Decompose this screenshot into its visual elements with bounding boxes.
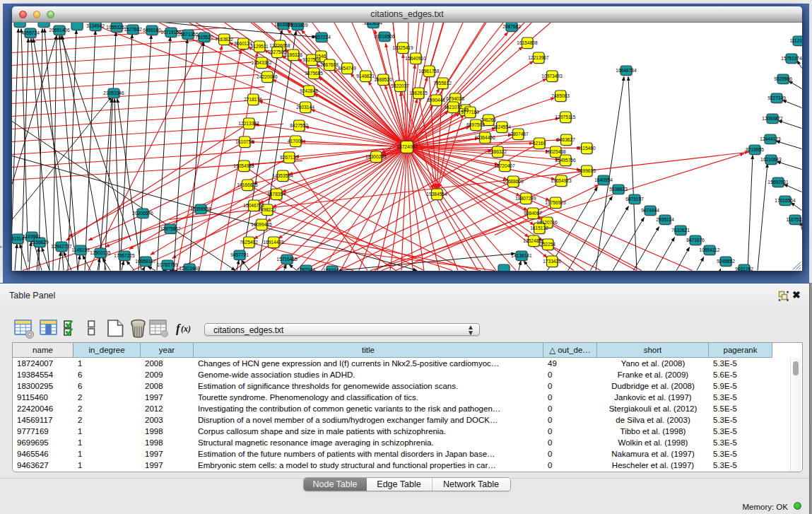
svg-text:12503135: 12503135 <box>90 250 111 255</box>
svg-text:9115460: 9115460 <box>577 145 596 150</box>
svg-text:15495756: 15495756 <box>555 157 576 162</box>
svg-text:16961758: 16961758 <box>418 68 440 73</box>
svg-text:6879197: 6879197 <box>625 196 644 201</box>
svg-text:7632621: 7632621 <box>671 227 690 232</box>
svg-text:4055724: 4055724 <box>21 30 40 35</box>
svg-text:9227349: 9227349 <box>767 95 786 100</box>
svg-text:7485063: 7485063 <box>551 93 570 98</box>
svg-text:19166825: 19166825 <box>237 182 258 187</box>
svg-text:1640954: 1640954 <box>594 177 613 182</box>
svg-text:19756923: 19756923 <box>545 199 566 204</box>
svg-text:2935114: 2935114 <box>656 216 674 221</box>
svg-text:9457791: 9457791 <box>230 252 249 257</box>
svg-text:7955812: 7955812 <box>433 80 452 85</box>
svg-text:8186328: 8186328 <box>284 52 302 57</box>
svg-text:2087682: 2087682 <box>502 23 521 28</box>
svg-text:7857224: 7857224 <box>312 34 331 39</box>
svg-text:21053346: 21053346 <box>103 90 124 95</box>
svg-text:1145193: 1145193 <box>71 247 90 252</box>
svg-text:1527602: 1527602 <box>124 26 142 31</box>
svg-text:9474444: 9474444 <box>641 207 659 212</box>
svg-text:19654923: 19654923 <box>551 177 572 182</box>
svg-text:9084067: 9084067 <box>524 210 542 215</box>
svg-text:7386322: 7386322 <box>488 148 507 153</box>
svg-text:15692931: 15692931 <box>767 179 789 184</box>
svg-text:13226058: 13226058 <box>269 42 290 47</box>
svg-text:12093872: 12093872 <box>762 115 783 120</box>
svg-text:9242848: 9242848 <box>300 88 318 93</box>
svg-text:9777169: 9777169 <box>461 109 479 114</box>
svg-text:3134942: 3134942 <box>86 23 105 28</box>
svg-text:9329966: 9329966 <box>774 76 792 81</box>
svg-text:8454749: 8454749 <box>338 65 356 70</box>
svg-text:8267130: 8267130 <box>280 154 298 159</box>
svg-text:1610755: 1610755 <box>235 139 254 144</box>
svg-text:1362615: 1362615 <box>409 90 428 95</box>
svg-text:20691406: 20691406 <box>49 27 70 32</box>
svg-text:1621072: 1621072 <box>444 104 462 109</box>
svg-text:1733426: 1733426 <box>543 258 561 263</box>
svg-text:18807249: 18807249 <box>515 195 536 200</box>
svg-text:1183901: 1183901 <box>23 233 41 238</box>
svg-text:32975867: 32975867 <box>160 226 181 230</box>
svg-text:16033809: 16033809 <box>287 23 308 28</box>
svg-text:2867608: 2867608 <box>320 62 339 66</box>
svg-text:16099485: 16099485 <box>251 221 272 226</box>
svg-text:17016504: 17016504 <box>775 197 796 202</box>
svg-text:10543382: 10543382 <box>251 59 272 64</box>
svg-text:19384554: 19384554 <box>426 191 447 196</box>
svg-text:12213967: 12213967 <box>528 54 549 59</box>
svg-text:1112194: 1112194 <box>790 37 802 42</box>
svg-text:2718176: 2718176 <box>244 96 262 101</box>
svg-text:15640910: 15640910 <box>405 55 426 60</box>
svg-text:3624554: 3624554 <box>493 124 511 129</box>
svg-text:24220046: 24220046 <box>257 74 278 78</box>
svg-text:5938923: 5938923 <box>609 186 628 191</box>
svg-text:9031762: 9031762 <box>735 266 753 271</box>
svg-text:1588520: 1588520 <box>374 76 392 81</box>
svg-text:10782759: 10782759 <box>157 262 178 267</box>
svg-text:17957225: 17957225 <box>114 252 135 257</box>
svg-text:9146821: 9146821 <box>356 73 375 78</box>
svg-text:12942737: 12942737 <box>51 243 72 248</box>
svg-text:7625402: 7625402 <box>240 239 258 244</box>
svg-text:1156829: 1156829 <box>30 239 49 244</box>
svg-text:6794028: 6794028 <box>446 95 464 100</box>
svg-text:12923448: 12923448 <box>179 265 200 270</box>
svg-text:2603144: 2603144 <box>296 104 314 109</box>
svg-text:12444123: 12444123 <box>760 136 781 141</box>
svg-text:3875685: 3875685 <box>305 70 323 75</box>
svg-text:18300295: 18300295 <box>365 153 387 158</box>
svg-text:6466160: 6466160 <box>143 27 161 32</box>
svg-text:8878354: 8878354 <box>267 191 286 196</box>
svg-text:1292344: 1292344 <box>323 267 341 271</box>
svg-text:12359938: 12359938 <box>190 206 211 211</box>
svg-text:7515520: 7515520 <box>195 34 213 39</box>
svg-text:62160: 62160 <box>533 140 546 145</box>
svg-text:12975115: 12975115 <box>555 114 576 119</box>
svg-text:1167533: 1167533 <box>786 216 802 221</box>
svg-text:9699695: 9699695 <box>577 168 596 173</box>
svg-text:10654112: 10654112 <box>700 247 720 252</box>
svg-text:19054985: 19054985 <box>233 163 254 168</box>
svg-text:19218506: 19218506 <box>374 33 395 38</box>
svg-text:13325419: 13325419 <box>392 45 413 49</box>
svg-text:6897508: 6897508 <box>466 122 485 127</box>
svg-text:10025438: 10025438 <box>545 148 566 153</box>
svg-text:8471676: 8471676 <box>686 237 705 242</box>
svg-text:417006: 417006 <box>288 138 303 143</box>
svg-text:10807487: 10807487 <box>507 131 529 136</box>
svg-text:8990448: 8990448 <box>427 97 445 102</box>
svg-text:7163822: 7163822 <box>215 36 233 41</box>
svg-text:10958187: 10958187 <box>135 258 156 263</box>
svg-text:8427552: 8427552 <box>290 122 308 127</box>
svg-text:8215955: 8215955 <box>746 146 764 151</box>
svg-text:10973493: 10973493 <box>541 73 563 78</box>
svg-text:252254: 252254 <box>540 241 555 246</box>
svg-text:1282344: 1282344 <box>297 267 315 271</box>
svg-text:9245652: 9245652 <box>717 258 735 263</box>
svg-text:16914479: 16914479 <box>263 239 284 244</box>
svg-text:16120746: 16120746 <box>536 219 558 224</box>
svg-text:16648784: 16648784 <box>616 67 637 72</box>
svg-text:18724007: 18724007 <box>396 144 418 148</box>
